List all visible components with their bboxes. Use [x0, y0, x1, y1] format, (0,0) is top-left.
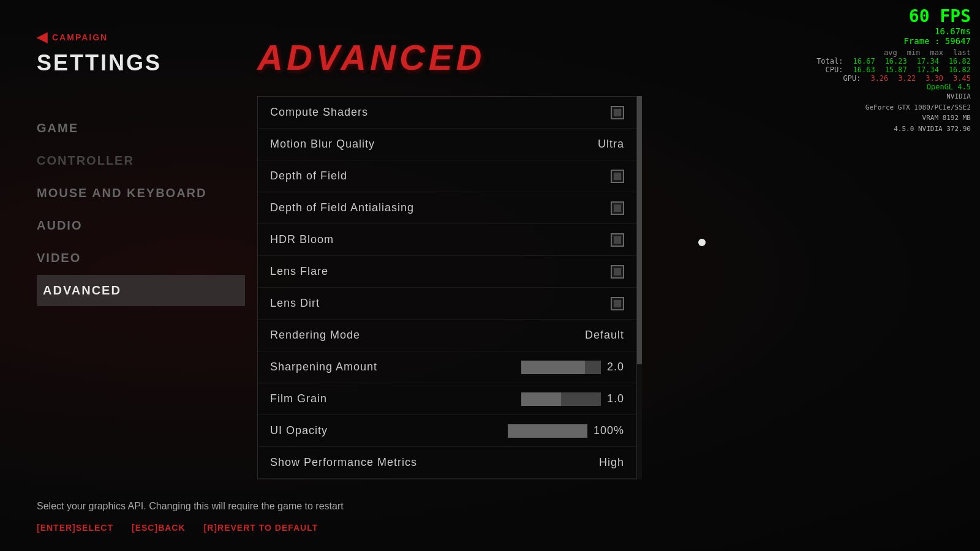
hint-text: Select your graphics API. Changing this …	[37, 501, 943, 512]
depth-of-field-aa-checkbox[interactable]	[611, 201, 624, 215]
setting-depth-of-field-aa[interactable]: Depth of Field Antialiasing	[258, 192, 636, 224]
control-r-revert: [R] REVERT TO DEFAULT	[204, 523, 318, 533]
setting-lens-dirt[interactable]: Lens Dirt	[258, 288, 636, 320]
setting-film-grain[interactable]: Film Grain 1.0	[258, 383, 636, 415]
settings-panel: Compute Shaders Motion Blur Quality Ultr…	[257, 96, 637, 479]
setting-compute-shaders[interactable]: Compute Shaders	[258, 97, 636, 129]
sidebar-item-video[interactable]: VIDEO	[37, 242, 245, 274]
perf-overlay: 60 FPS 16.67ms Frame : 59647 avg min max…	[807, 0, 980, 140]
film-grain-slider-track[interactable]	[521, 392, 601, 406]
settings-wrapper: Compute Shaders Motion Blur Quality Ultr…	[257, 96, 637, 479]
frame-num: Frame : 59647	[816, 36, 971, 46]
film-grain-slider-fill	[521, 392, 561, 406]
controls-row: [ENTER] SELECT [ESC] BACK [R] REVERT TO …	[37, 523, 943, 533]
setting-depth-of-field[interactable]: Depth of Field	[258, 160, 636, 192]
depth-of-field-checkbox[interactable]	[611, 170, 624, 183]
ui-opacity-slider-fill	[508, 424, 587, 438]
control-esc-back: [ESC] BACK	[132, 523, 186, 533]
ui-opacity-slider-track[interactable]	[508, 424, 587, 438]
frame-time: 16.67ms	[816, 26, 971, 36]
film-grain-slider-container: 1.0	[521, 392, 624, 406]
setting-motion-blur-quality[interactable]: Motion Blur Quality Ultra	[258, 129, 636, 160]
lens-dirt-checkbox[interactable]	[611, 297, 624, 310]
scrollbar-track[interactable]	[637, 96, 642, 479]
back-link[interactable]: ◀ CAMPAIGN	[37, 29, 245, 45]
back-arrow-icon: ◀	[37, 29, 47, 45]
compute-shaders-checkbox[interactable]	[611, 106, 624, 119]
setting-ui-opacity[interactable]: UI Opacity 100%	[258, 415, 636, 447]
sidebar-item-game[interactable]: GAME	[37, 113, 245, 144]
perf-total-row: Total: 16.67 16.23 17.34 16.82	[816, 57, 971, 66]
hdr-bloom-checkbox[interactable]	[611, 233, 624, 247]
sidebar-item-advanced[interactable]: ADVANCED	[37, 275, 245, 306]
sidebar-item-mouse-keyboard[interactable]: MOUSE AND KEYBOARD	[37, 178, 245, 209]
bottom-bar: Select your graphics API. Changing this …	[0, 489, 980, 551]
lens-flare-checkbox[interactable]	[611, 265, 624, 279]
ui-opacity-slider-container: 100%	[508, 424, 624, 438]
setting-hdr-bloom[interactable]: HDR Bloom	[258, 224, 636, 256]
sidebar-title: SETTINGS	[37, 50, 245, 76]
setting-sharpening-amount[interactable]: Sharpening Amount 2.0	[258, 351, 636, 383]
fps-display: 60 FPS	[816, 6, 971, 26]
control-enter-select: [ENTER] SELECT	[37, 523, 113, 533]
sidebar-item-controller: CONTROLLER	[37, 145, 245, 176]
sharpening-slider-track[interactable]	[521, 361, 601, 374]
sharpening-slider-container: 2.0	[521, 361, 624, 374]
nvidia-info: NVIDIA GeForce GTX 1080/PCIe/SSE2 VRAM 8…	[816, 91, 971, 134]
setting-show-performance-metrics[interactable]: Show Performance Metrics High	[258, 447, 636, 479]
sidebar: ◀ CAMPAIGN SETTINGS GAME CONTROLLER MOUS…	[0, 0, 245, 551]
opengl-version: OpenGL 4.5	[816, 83, 971, 91]
nav-menu: GAME CONTROLLER MOUSE AND KEYBOARD AUDIO…	[37, 113, 245, 306]
setting-lens-flare[interactable]: Lens Flare	[258, 256, 636, 288]
sharpening-slider-fill	[521, 361, 585, 374]
scrollbar-thumb[interactable]	[637, 96, 642, 364]
perf-cpu-row: CPU: 16.63 15.87 17.34 16.82	[816, 66, 971, 74]
perf-gpu-row: GPU: 3.26 3.22 3.30 3.45	[816, 74, 971, 83]
back-label: CAMPAIGN	[52, 32, 108, 42]
sidebar-item-audio[interactable]: AUDIO	[37, 210, 245, 241]
perf-header-row: avg min max last	[816, 48, 971, 57]
setting-rendering-mode[interactable]: Rendering Mode Default	[258, 320, 636, 351]
